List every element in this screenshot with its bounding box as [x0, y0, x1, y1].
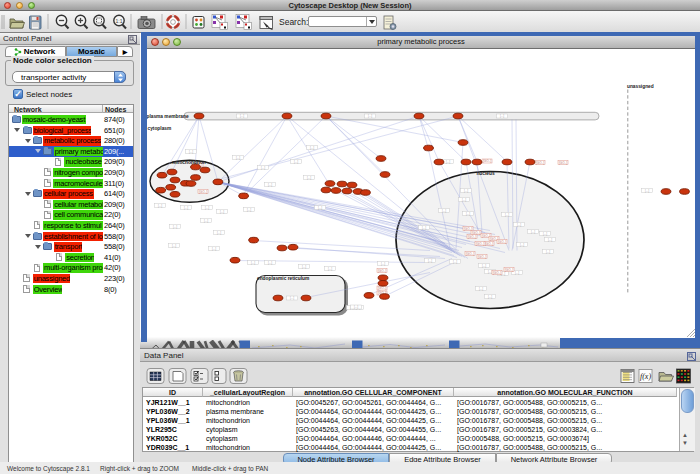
svg-text:[...]: [...]: [446, 159, 450, 163]
svg-text:[...]: [...]: [310, 145, 314, 149]
svg-text:[...]: [...]: [217, 230, 221, 234]
svg-text:[GO..]: [GO..]: [483, 159, 491, 163]
svg-text:[GO..]: [GO..]: [559, 160, 567, 164]
svg-text:[...]: [...]: [531, 229, 535, 233]
svg-text:[...]: [...]: [204, 218, 208, 222]
svg-text:[...]: [...]: [368, 114, 372, 118]
svg-text:[...]: [...]: [302, 264, 306, 268]
svg-text:[...]: [...]: [240, 114, 244, 118]
svg-text:[...]: [...]: [172, 243, 176, 247]
svg-text:[...]: [...]: [479, 286, 483, 290]
svg-text:[...]: [...]: [251, 260, 255, 264]
svg-text:[...]: [...]: [466, 211, 470, 215]
svg-text:nucleus: nucleus: [476, 170, 494, 175]
svg-text:[...]: [...]: [482, 263, 486, 267]
svg-text:[GO..]: [GO..]: [478, 254, 486, 258]
svg-text:[GO..]: [GO..]: [476, 241, 484, 245]
svg-text:[...]: [...]: [189, 149, 193, 153]
svg-text:[...]: [...]: [354, 305, 358, 309]
svg-text:[...]: [...]: [546, 249, 550, 253]
svg-text:[...]: [...]: [488, 294, 492, 298]
svg-text:[...]: [...]: [294, 159, 298, 163]
svg-text:[...]: [...]: [464, 188, 468, 192]
svg-text:[...]: [...]: [158, 203, 162, 207]
svg-text:unassigned: unassigned: [627, 83, 654, 88]
svg-text:[...]: [...]: [428, 258, 432, 262]
svg-text:[GO..]: [GO..]: [466, 251, 474, 255]
svg-text:[...]: [...]: [381, 261, 385, 265]
svg-text:[...]: [...]: [268, 182, 272, 186]
svg-text:[...]: [...]: [173, 224, 177, 228]
svg-text:[...]: [...]: [422, 225, 426, 229]
svg-text:[...]: [...]: [184, 205, 188, 209]
svg-text:[...]: [...]: [515, 270, 519, 274]
svg-text:f(x): f(x): [640, 372, 651, 381]
svg-text:[...]: [...]: [505, 212, 509, 216]
svg-text:endoplasmic reticulum: endoplasmic reticulum: [257, 275, 309, 280]
svg-text:[...]: [...]: [236, 155, 240, 159]
svg-text:[...]: [...]: [261, 165, 265, 169]
svg-text:[...]: [...]: [543, 231, 547, 235]
svg-text:[...]: [...]: [212, 246, 216, 250]
svg-text:[...]: [...]: [462, 197, 466, 201]
svg-text:[GO..]: [GO..]: [498, 239, 506, 243]
svg-text:[...]: [...]: [220, 209, 224, 213]
svg-text:plasma membrane: plasma membrane: [147, 113, 189, 118]
svg-text:[...]: [...]: [488, 269, 492, 273]
svg-text:[...]: [...]: [500, 114, 504, 118]
svg-text:[...]: [...]: [453, 259, 457, 263]
svg-text:[...]: [...]: [548, 237, 552, 241]
svg-text:[...]: [...]: [290, 296, 294, 300]
svg-text:[...]: [...]: [645, 188, 649, 192]
svg-text:cytoplasm: cytoplasm: [148, 126, 172, 131]
svg-text:[...]: [...]: [442, 208, 446, 212]
svg-text:[GO..]: [GO..]: [505, 267, 513, 271]
svg-text:[GO..]: [GO..]: [378, 268, 386, 272]
svg-text:[...]: [...]: [517, 222, 521, 226]
svg-text:[...]: [...]: [520, 242, 524, 246]
svg-text:[...]: [...]: [318, 205, 322, 209]
svg-text:[...]: [...]: [268, 260, 272, 264]
svg-text:[...]: [...]: [328, 266, 332, 270]
svg-text:[GO..]: [GO..]: [536, 160, 544, 164]
svg-text:[GO..]: [GO..]: [378, 286, 386, 290]
svg-text:[GO..]: [GO..]: [485, 241, 493, 245]
svg-text:[GO..]: [GO..]: [464, 226, 472, 230]
svg-text:[...]: [...]: [307, 175, 311, 179]
svg-text:mitochondrion: mitochondrion: [172, 160, 206, 165]
svg-text:[GO..]: [GO..]: [199, 189, 207, 193]
svg-text:[GO..]: [GO..]: [493, 270, 501, 274]
svg-text:[GO..]: [GO..]: [468, 234, 476, 238]
svg-text:[...]: [...]: [205, 205, 209, 209]
svg-text:[...]: [...]: [247, 207, 251, 211]
svg-text:1:1: 1:1: [116, 18, 123, 24]
